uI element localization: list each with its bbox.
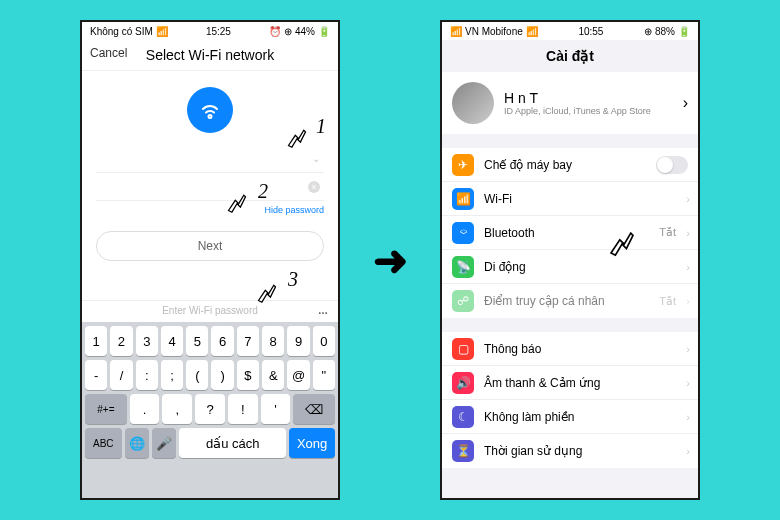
- key[interactable]: ,: [162, 394, 192, 424]
- credential-inputs: ⌄ ×: [82, 145, 338, 201]
- phone-settings: 📶VN Mobifone📶 10:55 ⊕88%🔋 Cài đặt H n T …: [440, 20, 700, 500]
- phone-wifi-setup: Không có SIM📶 15:25 ⏰⊕44%🔋 Cancel Select…: [80, 20, 340, 500]
- key-;[interactable]: ;: [161, 360, 183, 390]
- keyboard-hint: Enter Wi-Fi password…: [82, 300, 338, 320]
- annotation-3: 3: [288, 268, 298, 291]
- avatar: [452, 82, 494, 124]
- hide-password-link[interactable]: Hide password: [82, 201, 338, 219]
- page-title: Select Wi-Fi network: [146, 47, 274, 63]
- key[interactable]: !: [228, 394, 258, 424]
- profile-sub: ID Apple, iCloud, iTunes & App Store: [504, 106, 651, 116]
- moon-icon: ☾: [452, 406, 474, 428]
- sounds-icon: 🔊: [452, 372, 474, 394]
- key-8[interactable]: 8: [262, 326, 284, 356]
- key-"[interactable]: ": [313, 360, 335, 390]
- row-screentime[interactable]: ⏳Thời gian sử dụng›: [442, 434, 698, 468]
- notifications-icon: ▢: [452, 338, 474, 360]
- annotation-1: 1: [316, 115, 326, 138]
- key-$[interactable]: $: [237, 360, 259, 390]
- key-([interactable]: (: [186, 360, 208, 390]
- shift-key[interactable]: #+=: [85, 394, 127, 424]
- abc-key[interactable]: ABC: [85, 428, 122, 458]
- wifi-icon: 📶: [156, 26, 168, 37]
- key-/[interactable]: /: [110, 360, 132, 390]
- page-title: Cài đặt: [442, 40, 698, 72]
- chevron-down-icon: ⌄: [312, 153, 320, 164]
- bluetooth-icon: ⌔: [452, 222, 474, 244]
- key-0[interactable]: 0: [313, 326, 335, 356]
- key[interactable]: ': [261, 394, 291, 424]
- key-9[interactable]: 9: [287, 326, 309, 356]
- key-2[interactable]: 2: [110, 326, 132, 356]
- status-time: 10:55: [578, 26, 603, 37]
- hourglass-icon: ⏳: [452, 440, 474, 462]
- row-notifications[interactable]: ▢Thông báo›: [442, 332, 698, 366]
- globe-key[interactable]: 🌐: [125, 428, 149, 458]
- status-time: 15:25: [206, 26, 231, 37]
- key-5[interactable]: 5: [186, 326, 208, 356]
- delete-key[interactable]: ⌫: [293, 394, 335, 424]
- key-@[interactable]: @: [287, 360, 309, 390]
- key-&[interactable]: &: [262, 360, 284, 390]
- hotspot-icon: ☍: [452, 290, 474, 312]
- status-bar: 📶VN Mobifone📶 10:55 ⊕88%🔋: [442, 22, 698, 40]
- key[interactable]: .: [130, 394, 160, 424]
- key-1[interactable]: 1: [85, 326, 107, 356]
- done-key[interactable]: Xong: [289, 428, 335, 458]
- row-cellular[interactable]: 📡Di động›: [442, 250, 698, 284]
- wifi-icon: 📶: [452, 188, 474, 210]
- key-4[interactable]: 4: [161, 326, 183, 356]
- key-6[interactable]: 6: [211, 326, 233, 356]
- key--[interactable]: -: [85, 360, 107, 390]
- next-button[interactable]: Next: [96, 231, 324, 261]
- mic-key[interactable]: 🎤: [152, 428, 176, 458]
- row-sounds[interactable]: 🔊Âm thanh & Cảm ứng›: [442, 366, 698, 400]
- network-select[interactable]: ⌄: [96, 145, 324, 173]
- carrier-label: VN Mobifone: [465, 26, 523, 37]
- key-3[interactable]: 3: [136, 326, 158, 356]
- profile-name: H n T: [504, 90, 651, 106]
- annotation-2: 2: [258, 180, 268, 203]
- profile-row[interactable]: H n T ID Apple, iCloud, iTunes & App Sto…: [442, 72, 698, 134]
- row-wifi[interactable]: 📶Wi-Fi›: [442, 182, 698, 216]
- key-:[interactable]: :: [136, 360, 158, 390]
- airplane-icon: ✈: [452, 154, 474, 176]
- row-airplane[interactable]: ✈Chế độ máy bay: [442, 148, 698, 182]
- key[interactable]: ?: [195, 394, 225, 424]
- key-7[interactable]: 7: [237, 326, 259, 356]
- row-hotspot[interactable]: ☍Điểm truy cập cá nhânTắt›: [442, 284, 698, 318]
- keyboard[interactable]: 1234567890 -/:;()$&@" #+= .,?!' ⌫ ABC 🌐 …: [82, 322, 338, 498]
- cancel-button[interactable]: Cancel: [90, 46, 127, 60]
- space-key[interactable]: dấu cách: [179, 428, 286, 458]
- status-bar: Không có SIM📶 15:25 ⏰⊕44%🔋: [82, 22, 338, 40]
- arrow-icon: ➜: [373, 236, 408, 285]
- airplane-toggle[interactable]: [656, 156, 688, 174]
- row-dnd[interactable]: ☾Không làm phiền›: [442, 400, 698, 434]
- cellular-icon: 📡: [452, 256, 474, 278]
- carrier-label: Không có SIM: [90, 26, 153, 37]
- battery-label: 44%: [295, 26, 315, 37]
- battery-label: 88%: [655, 26, 675, 37]
- clear-icon[interactable]: ×: [308, 181, 320, 193]
- nav-header: Cancel Select Wi-Fi network: [82, 40, 338, 71]
- key-)[interactable]: ): [211, 360, 233, 390]
- row-bluetooth[interactable]: ⌔BluetoothTắt›: [442, 216, 698, 250]
- wifi-badge-icon: [187, 87, 233, 133]
- password-input[interactable]: ×: [96, 173, 324, 201]
